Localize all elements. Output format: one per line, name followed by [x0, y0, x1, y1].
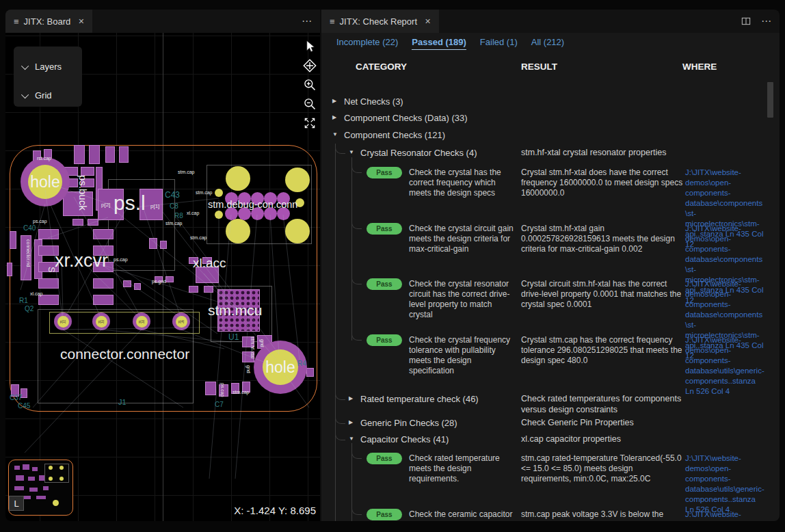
list-icon: ≡ — [14, 17, 19, 26]
report-editor-group: ≡ JITX: Check Report ✕ ⋯ Incomplete (22)… — [321, 10, 780, 521]
close-icon[interactable]: ✕ — [425, 17, 431, 26]
tiny-label: gnd — [260, 339, 265, 347]
check-where-link[interactable]: J:\JITX\website-demos\open-components-da… — [685, 335, 764, 397]
component-label-hf-xtal: stm.hf-xtal — [250, 336, 255, 373]
filter-failed[interactable]: Failed (1) — [480, 37, 518, 50]
tree-expanded-icon[interactable]: ▼ — [349, 436, 354, 442]
component-label-xr-xcvr: xr.xcvr — [55, 250, 108, 271]
check-where-link[interactable]: J:\JITX\website-demos\open-components-da… — [685, 453, 764, 515]
component-label-xl-acc: xl.acc — [193, 256, 226, 271]
tiny-label: stm.cap — [232, 390, 250, 395]
status-badge-pass: Pass — [367, 509, 402, 520]
check-category: Check the crystal resonator circuit has … — [409, 279, 517, 320]
refdes: C40 — [23, 224, 36, 232]
scrollbar-thumb[interactable] — [767, 82, 773, 118]
group-label: Generic Pin Checks (28) — [360, 418, 457, 428]
component-label-s: S — [46, 267, 57, 273]
zoom-out-tool[interactable] — [302, 96, 318, 112]
column-header-category: CATEGORY — [356, 62, 407, 72]
filter-incomplete[interactable]: Incomplete (22) — [336, 37, 398, 50]
component-label-connector: connector.connector — [60, 346, 189, 362]
tiny-label: ps.gnd — [152, 279, 166, 284]
more-actions-icon[interactable]: ⋯ — [302, 15, 312, 27]
group-result: stm.hf-xtal crystal resonator properties — [521, 148, 685, 159]
tree-group-component-checks-data[interactable]: ▶ Component Checks (Data) (33) — [321, 113, 780, 128]
tab-jitx-board[interactable]: ≡ JITX: Board ✕ — [5, 10, 92, 33]
tree-collapsed-icon[interactable]: ▶ — [332, 98, 336, 104]
tiny-label: stm.cap — [196, 190, 213, 195]
refdes: J1 — [118, 398, 127, 406]
group-result: Check Generic Pin Properties — [521, 418, 685, 429]
tree-collapsed-icon[interactable]: ▶ — [349, 419, 353, 425]
check-category: Check rated temperature meets the design… — [409, 453, 517, 484]
grid-toggle[interactable]: Grid — [23, 90, 52, 101]
group-label: Net Checks (3) — [344, 96, 403, 107]
select-cursor-tool[interactable] — [302, 38, 318, 55]
check-result: Crystal stm.cap has the correct frequenc… — [521, 335, 685, 366]
tiny-label: xl.cap — [30, 291, 42, 296]
tree-collapsed-icon[interactable]: ▶ — [349, 395, 353, 401]
fit-view-icon — [303, 116, 317, 130]
list-icon: ≡ — [330, 17, 335, 26]
tab-title: JITX: Check Report — [340, 16, 417, 27]
check-row[interactable]: Pass Check the crystal circuit gain meet… — [321, 223, 780, 279]
filter-all[interactable]: All (212) — [531, 37, 564, 50]
tree-expanded-icon[interactable]: ▼ — [332, 131, 338, 137]
zoom-in-icon — [303, 78, 317, 92]
check-row[interactable]: Pass Check the crystal resonator circuit… — [321, 278, 780, 334]
view-options-panel: Layers Grid — [14, 46, 82, 107]
check-report: Incomplete (22) Passed (189) Failed (1) … — [321, 33, 780, 521]
chevron-down-icon — [21, 62, 29, 69]
tiny-label: stm.cap — [165, 221, 183, 226]
zoom-fit-tool[interactable] — [302, 115, 318, 131]
pin-label-p2: p[2] — [101, 202, 110, 208]
tree-group-generic-pin[interactable]: ▶ Generic Pin Checks (28) Check Generic … — [321, 418, 780, 433]
component-label-left-conn: connector.rid — [26, 239, 31, 278]
filter-tabs: Incomplete (22) Passed (189) Failed (1) … — [336, 37, 564, 50]
refdes: C37 — [10, 394, 22, 401]
check-row[interactable]: Pass Check rated temperature meets the d… — [321, 453, 780, 509]
check-row[interactable]: Pass Check the ceramic capacitor stm.cap… — [321, 509, 780, 521]
tiny-label: ps.cap — [114, 257, 128, 262]
check-result: Crystal stm.hf-xtal does have the correc… — [521, 168, 685, 198]
tree-group-component-checks[interactable]: ▼ Component Checks (121) — [321, 130, 780, 145]
filter-passed[interactable]: Passed (189) — [412, 37, 466, 50]
origin-icon: L — [14, 498, 18, 509]
status-badge-pass: Pass — [367, 334, 402, 346]
tiny-label: ps.cap — [220, 383, 225, 402]
layers-toggle[interactable]: Layers — [23, 62, 62, 72]
check-where-link[interactable]: J:\JITX\website- — [685, 509, 764, 520]
split-editor-icon[interactable] — [741, 16, 751, 27]
origin-indicator: L — [9, 496, 24, 511]
pin-label-p1: p[1] — [150, 203, 159, 209]
tree-group-crystal-resonator[interactable]: ▼ Crystal Resonator Checks (4) stm.hf-xt… — [321, 148, 780, 163]
board-tabbar: ≡ JITX: Board ✕ ⋯ — [5, 10, 320, 33]
tab-jitx-check-report[interactable]: ≡ JITX: Check Report ✕ — [321, 10, 439, 33]
component-label-debug-conn: stm.debug-con.conn — [208, 199, 297, 210]
tiny-label: xl.cap — [187, 211, 199, 215]
board-toolbar — [302, 38, 318, 131]
zoom-in-tool[interactable] — [302, 77, 318, 93]
pan-tool[interactable] — [302, 57, 318, 74]
check-row[interactable]: Pass Check the crystal frequency toleran… — [321, 334, 780, 390]
grid-label: Grid — [35, 90, 52, 101]
check-category: Check the crystal circuit gain meets the… — [409, 224, 517, 254]
tree-group-capacitor[interactable]: ▼ Capacitor Checks (41) xl.cap capacitor… — [321, 434, 780, 449]
check-category: Check the crystal frequency tolerance wi… — [409, 335, 517, 376]
board-editor-group: ≡ JITX: Board ✕ ⋯ — [5, 10, 320, 521]
zoom-out-icon — [303, 97, 317, 111]
group-label: Component Checks (121) — [344, 130, 445, 140]
tree-group-rated-temperature[interactable]: ▶ Rated temperature check (46) Check rat… — [321, 394, 780, 409]
more-actions-icon[interactable]: ⋯ — [761, 15, 771, 27]
group-result: Check rated temperatures for components … — [521, 394, 685, 415]
tree-group-net-checks[interactable]: ▶ Net Checks (3) — [321, 96, 780, 111]
board-canvas[interactable]: hole hole — [5, 33, 320, 521]
status-badge-pass: Pass — [367, 453, 402, 464]
tree-collapsed-icon[interactable]: ▶ — [332, 114, 336, 120]
check-row[interactable]: Pass Check the crystal has the correct f… — [321, 167, 780, 223]
group-label: Rated temperature check (46) — [360, 394, 479, 404]
close-icon[interactable]: ✕ — [78, 17, 84, 26]
refdes: R1 — [19, 297, 28, 304]
tree-expanded-icon[interactable]: ▼ — [349, 149, 354, 155]
component-label-ps-buck: ps.buck — [77, 175, 89, 211]
